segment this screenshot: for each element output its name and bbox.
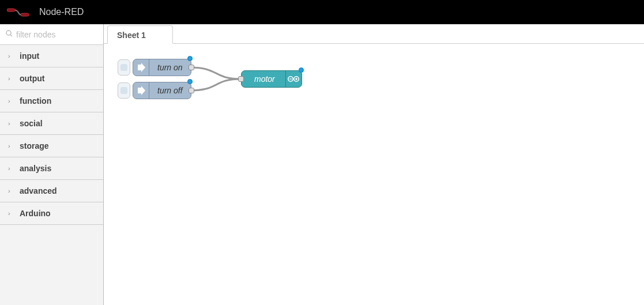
chevron-right-icon: › bbox=[8, 120, 14, 127]
palette-category-analysis[interactable]: › analysis bbox=[0, 157, 103, 180]
inject-button[interactable] bbox=[118, 59, 130, 76]
palette-category-advanced[interactable]: › advanced bbox=[0, 180, 103, 202]
workspace-tab-sheet1[interactable]: Sheet 1 bbox=[107, 25, 173, 44]
inject-button-inner bbox=[120, 87, 127, 94]
palette-category-social[interactable]: › social bbox=[0, 112, 103, 135]
palette-category-label: advanced bbox=[20, 186, 57, 195]
node-label: turn on bbox=[149, 63, 191, 72]
node-output-port[interactable] bbox=[189, 88, 194, 93]
palette-category-label: Arduino bbox=[20, 209, 51, 218]
inject-button-inner bbox=[120, 64, 127, 71]
svg-point-2 bbox=[6, 31, 11, 35]
palette-category-input[interactable]: › input bbox=[0, 45, 103, 67]
node-input-port[interactable] bbox=[238, 76, 244, 82]
svg-rect-0 bbox=[7, 9, 15, 12]
node-label: motor bbox=[242, 74, 285, 84]
node-arduino-motor[interactable]: motor bbox=[241, 70, 302, 88]
inject-icon bbox=[133, 59, 149, 76]
chevron-right-icon: › bbox=[8, 75, 14, 82]
svg-line-3 bbox=[10, 35, 12, 36]
chevron-right-icon: › bbox=[8, 52, 14, 59]
app-header: Node-RED bbox=[0, 0, 644, 24]
inject-icon bbox=[133, 82, 149, 99]
palette-category-label: function bbox=[20, 96, 51, 106]
chevron-right-icon: › bbox=[8, 142, 14, 149]
palette-category-storage[interactable]: › storage bbox=[0, 135, 103, 157]
svg-rect-1 bbox=[21, 13, 29, 16]
palette-category-label: output bbox=[20, 74, 45, 83]
node-inject-turn-off[interactable]: turn off bbox=[118, 82, 191, 99]
flow-canvas[interactable]: turn on turn off mot bbox=[104, 44, 644, 305]
palette-search-row bbox=[0, 24, 103, 45]
inject-button[interactable] bbox=[118, 82, 130, 99]
palette-category-function[interactable]: › function bbox=[0, 90, 103, 112]
arduino-icon bbox=[285, 71, 302, 87]
chevron-right-icon: › bbox=[8, 165, 14, 172]
palette-category-label: input bbox=[20, 51, 39, 61]
node-changed-dot bbox=[187, 79, 193, 84]
workspace-tabs: Sheet 1 bbox=[104, 24, 644, 44]
workspace: Sheet 1 turn on bbox=[104, 24, 644, 305]
chevron-right-icon: › bbox=[8, 187, 14, 194]
node-inject-turn-on[interactable]: turn on bbox=[118, 59, 191, 76]
palette-category-label: social bbox=[20, 119, 43, 128]
palette-category-arduino[interactable]: › Arduino bbox=[0, 202, 103, 225]
node-changed-dot bbox=[187, 56, 193, 61]
wire bbox=[190, 67, 241, 79]
app-logo bbox=[7, 6, 31, 18]
palette-category-label: storage bbox=[20, 141, 49, 150]
chevron-right-icon: › bbox=[8, 97, 14, 104]
search-icon bbox=[6, 30, 13, 39]
node-label: turn off bbox=[149, 86, 191, 95]
wire bbox=[190, 79, 241, 91]
palette-category-label: analysis bbox=[20, 164, 51, 173]
app-title: Node-RED bbox=[39, 7, 84, 17]
node-changed-dot bbox=[299, 67, 304, 73]
palette-category-output[interactable]: › output bbox=[0, 67, 103, 90]
palette-sidebar: › input › output › function › social › s… bbox=[0, 24, 104, 305]
node-output-port[interactable] bbox=[189, 65, 194, 70]
palette-search-input[interactable] bbox=[16, 30, 117, 39]
chevron-right-icon: › bbox=[8, 210, 14, 217]
